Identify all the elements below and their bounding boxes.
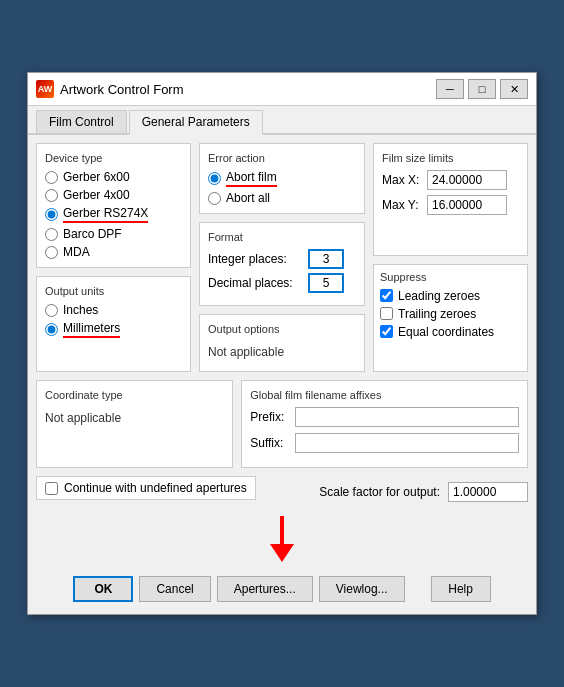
output-units-panel: Output units Inches Millimeters [36,276,191,372]
radio-gerber4x00[interactable]: Gerber 4x00 [45,188,182,202]
tab-film-control[interactable]: Film Control [36,110,127,133]
device-type-options: Gerber 6x00 Gerber 4x00 Gerber RS274X [45,170,182,259]
left-column: Device type Gerber 6x00 Gerber 4x00 G [36,143,191,372]
film-size-title: Film size limits [382,152,519,164]
output-options-na: Not applicable [208,341,356,363]
scale-factor-row: Scale factor for output: [319,482,528,502]
radio-millimeters[interactable]: Millimeters [45,321,182,338]
bottom-row: Coordinate type Not applicable Global fi… [36,380,528,468]
coordinate-type-title: Coordinate type [45,389,224,401]
main-window: AW Artwork Control Form ─ □ ✕ Film Contr… [27,72,537,615]
svg-marker-1 [270,544,294,562]
radio-gerber6x00[interactable]: Gerber 6x00 [45,170,182,184]
prefix-label: Prefix: [250,410,295,424]
coordinate-type-panel: Coordinate type Not applicable [36,380,233,468]
global-affixes-title: Global film filename affixes [250,389,519,401]
viewlog-button[interactable]: Viewlog... [319,576,405,602]
radio-inches[interactable]: Inches [45,303,182,317]
coordinate-type-value: Not applicable [45,407,224,429]
arrow-hint [36,514,528,564]
ok-button[interactable]: OK [73,576,133,602]
decimal-places-input[interactable] [308,273,344,293]
tab-general-parameters[interactable]: General Parameters [129,110,263,135]
continue-checkbox-label: Continue with undefined apertures [64,481,247,495]
suffix-label: Suffix: [250,436,295,450]
suffix-input[interactable] [295,433,519,453]
max-y-row: Max Y: [382,195,519,215]
app-icon: AW [36,80,54,98]
top-panels: Device type Gerber 6x00 Gerber 4x00 G [36,143,528,372]
format-title: Format [208,231,356,243]
output-options-title: Output options [208,323,356,335]
max-y-label: Max Y: [382,198,427,212]
checkbox-leading-zeroes[interactable]: Leading zeroes [380,289,521,303]
apertures-button[interactable]: Apertures... [217,576,313,602]
decimal-places-row: Decimal places: [208,273,356,293]
middle-column: Error action Abort film Abort all [199,143,365,372]
integer-places-input[interactable] [308,249,344,269]
close-button[interactable]: ✕ [500,79,528,99]
radio-barco-dpf[interactable]: Barco DPF [45,227,182,241]
device-type-panel: Device type Gerber 6x00 Gerber 4x00 G [36,143,191,268]
output-options-panel: Output options Not applicable [199,314,365,372]
decimal-places-label: Decimal places: [208,276,308,290]
scale-factor-input[interactable] [448,482,528,502]
suppress-panel: Suppress Leading zeroes Trailing zeroes … [373,264,528,373]
continue-checkbox[interactable] [45,482,58,495]
radio-gerber-rs274x[interactable]: Gerber RS274X [45,206,182,223]
film-size-panel: Film size limits Max X: Max Y: [373,143,528,256]
checkbox-trailing-zeroes[interactable]: Trailing zeroes [380,307,521,321]
maximize-button[interactable]: □ [468,79,496,99]
prefix-input[interactable] [295,407,519,427]
window-controls: ─ □ ✕ [436,79,528,99]
radio-abort-film[interactable]: Abort film [208,170,356,187]
arrow-icon [252,514,312,564]
max-y-input[interactable] [427,195,507,215]
max-x-label: Max X: [382,173,427,187]
prefix-row: Prefix: [250,407,519,427]
scale-factor-label: Scale factor for output: [319,485,440,499]
title-bar: AW Artwork Control Form ─ □ ✕ [28,73,536,106]
max-x-row: Max X: [382,170,519,190]
max-x-input[interactable] [427,170,507,190]
radio-mda[interactable]: MDA [45,245,182,259]
integer-places-row: Integer places: [208,249,356,269]
continue-checkbox-row: Continue with undefined apertures [36,476,256,500]
integer-places-label: Integer places: [208,252,308,266]
button-row: OK Cancel Apertures... Viewlog... Help [36,568,528,606]
checkbox-equal-coordinates[interactable]: Equal coordinates [380,325,521,339]
suffix-row: Suffix: [250,433,519,453]
radio-abort-all[interactable]: Abort all [208,191,356,205]
error-action-options: Abort film Abort all [208,170,356,205]
error-action-panel: Error action Abort film Abort all [199,143,365,214]
error-action-title: Error action [208,152,356,164]
help-button[interactable]: Help [431,576,491,602]
format-panel: Format Integer places: Decimal places: [199,222,365,306]
output-units-options: Inches Millimeters [45,303,182,338]
cancel-button[interactable]: Cancel [139,576,210,602]
minimize-button[interactable]: ─ [436,79,464,99]
global-affixes-panel: Global film filename affixes Prefix: Suf… [241,380,528,468]
output-units-title: Output units [45,285,182,297]
tab-bar: Film Control General Parameters [28,106,536,135]
window-title: Artwork Control Form [60,82,436,97]
suppress-title: Suppress [380,271,521,283]
right-column: Film size limits Max X: Max Y: Suppress [373,143,528,372]
device-type-title: Device type [45,152,182,164]
main-content: Device type Gerber 6x00 Gerber 4x00 G [28,135,536,614]
